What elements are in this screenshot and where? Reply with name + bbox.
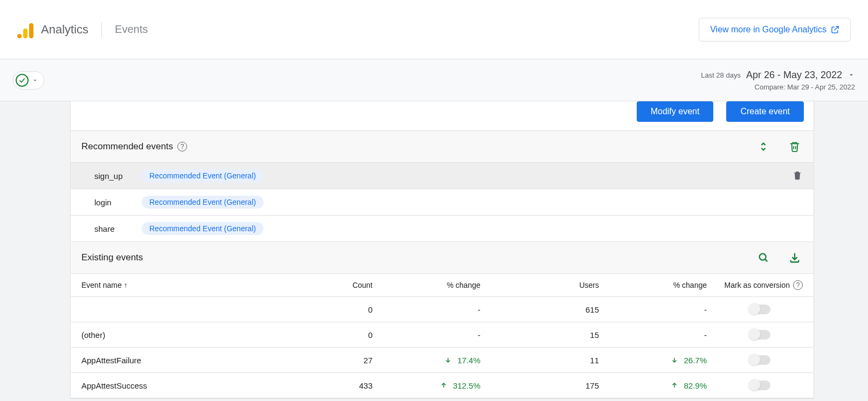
- download-button[interactable]: [787, 250, 803, 266]
- svg-point-0: [760, 254, 766, 260]
- users-cell: 15: [480, 330, 599, 340]
- recommended-title: Recommended events: [81, 141, 173, 152]
- users-change: -: [599, 330, 707, 340]
- existing-section-header: Existing events: [71, 242, 814, 274]
- view-more-button[interactable]: View more in Google Analytics: [699, 18, 851, 42]
- conversion-toggle[interactable]: [749, 305, 770, 314]
- modify-event-button[interactable]: Modify event: [637, 101, 714, 122]
- date-range-text: Apr 26 - May 23, 2022: [746, 70, 842, 81]
- users-change: 26.7%: [599, 356, 707, 365]
- arrow-down-icon: [671, 356, 678, 364]
- users-cell: 615: [480, 305, 599, 314]
- table-row[interactable]: AppAttestFailure2717.4%1126.7%: [71, 348, 814, 373]
- count-cell: 27: [308, 356, 373, 365]
- unfold-icon: [757, 141, 769, 153]
- divider: [101, 22, 102, 37]
- table-row[interactable]: (other)0-15-: [71, 322, 814, 348]
- search-icon: [757, 252, 769, 264]
- count-change: 17.4%: [373, 356, 480, 365]
- col-users[interactable]: Users: [480, 281, 599, 289]
- search-button[interactable]: [755, 250, 771, 266]
- users-cell: 11: [480, 356, 599, 365]
- event-name-cell: AppAttestSuccess: [81, 381, 308, 390]
- caret-down-icon: [32, 77, 38, 84]
- col-event-name[interactable]: Event name ↑: [81, 281, 308, 289]
- external-link-icon: [831, 25, 839, 34]
- recommended-event-name: share: [94, 224, 132, 233]
- help-icon[interactable]: ?: [177, 142, 187, 151]
- caret-down-icon: [848, 71, 855, 79]
- count-change: -: [373, 330, 480, 340]
- date-compare-text: Compare: Mar 29 - Apr 25, 2022: [701, 83, 855, 91]
- svg-line-1: [765, 259, 767, 261]
- table-row[interactable]: AppAttestSuccess433312.5%17582.9%: [71, 373, 814, 398]
- help-icon[interactable]: ?: [793, 280, 803, 290]
- arrow-down-icon: [444, 356, 452, 364]
- check-circle-icon: [16, 74, 29, 87]
- recommended-badge: Recommended Event (General): [142, 222, 264, 235]
- users-change: 82.9%: [599, 381, 707, 390]
- table-row[interactable]: 0-615-: [71, 297, 814, 322]
- trash-icon[interactable]: [792, 170, 803, 182]
- recommended-row[interactable]: sign_upRecommended Event (General): [71, 163, 814, 189]
- filter-date-bar: Last 28 days Apr 26 - May 23, 2022 Compa…: [0, 59, 868, 101]
- existing-title: Existing events: [81, 252, 143, 263]
- count-cell: 0: [308, 330, 373, 340]
- analytics-logo-icon: [17, 21, 35, 38]
- recommended-row[interactable]: loginRecommended Event (General): [71, 189, 814, 216]
- count-cell: 0: [308, 305, 373, 314]
- event-name-cell: (other): [81, 330, 308, 340]
- recommended-event-name: login: [94, 198, 132, 207]
- count-change: 312.5%: [373, 381, 480, 390]
- app-header: Analytics Events View more in Google Ana…: [0, 0, 868, 59]
- download-icon: [789, 252, 801, 264]
- conversion-toggle[interactable]: [749, 330, 770, 340]
- trash-icon: [789, 141, 801, 153]
- count-cell: 433: [308, 381, 373, 390]
- page-title: Events: [115, 23, 148, 36]
- recommended-badge: Recommended Event (General): [142, 196, 264, 209]
- recommended-row[interactable]: shareRecommended Event (General): [71, 216, 814, 242]
- panel-action-bar: Modify event Create event: [71, 101, 814, 131]
- users-change: -: [599, 305, 707, 314]
- col-count-change[interactable]: % change: [373, 281, 480, 289]
- brand-title: Analytics: [41, 23, 88, 37]
- date-period-label: Last 28 days: [701, 71, 741, 79]
- arrow-up-icon: [671, 382, 678, 389]
- table-header: Event name ↑ Count % change Users % chan…: [71, 274, 814, 297]
- sort-asc-icon: ↑: [124, 281, 128, 289]
- brand-block: Analytics Events: [17, 21, 148, 38]
- recommended-badge: Recommended Event (General): [142, 169, 264, 182]
- expand-collapse-button[interactable]: [755, 139, 771, 155]
- events-panel: Modify event Create event Recommended ev…: [70, 101, 814, 399]
- main-canvas: Modify event Create event Recommended ev…: [0, 101, 868, 401]
- event-name-cell: AppAttestFailure: [81, 356, 308, 365]
- col-count[interactable]: Count: [308, 281, 373, 289]
- view-more-label: View more in Google Analytics: [710, 25, 826, 34]
- count-change: -: [373, 305, 480, 314]
- recommended-event-name: sign_up: [94, 171, 132, 181]
- delete-section-button[interactable]: [787, 139, 803, 155]
- users-cell: 175: [480, 381, 599, 390]
- arrow-up-icon: [440, 382, 447, 389]
- conversion-toggle[interactable]: [749, 381, 770, 390]
- date-range-picker[interactable]: Last 28 days Apr 26 - May 23, 2022 Compa…: [701, 70, 855, 91]
- recommended-section-header: Recommended events ?: [71, 131, 814, 163]
- col-users-change[interactable]: % change: [599, 281, 707, 289]
- col-conversion: Mark as conversion ?: [707, 280, 803, 290]
- conversion-toggle[interactable]: [749, 355, 770, 365]
- filter-chip[interactable]: [13, 71, 44, 89]
- create-event-button[interactable]: Create event: [726, 101, 804, 122]
